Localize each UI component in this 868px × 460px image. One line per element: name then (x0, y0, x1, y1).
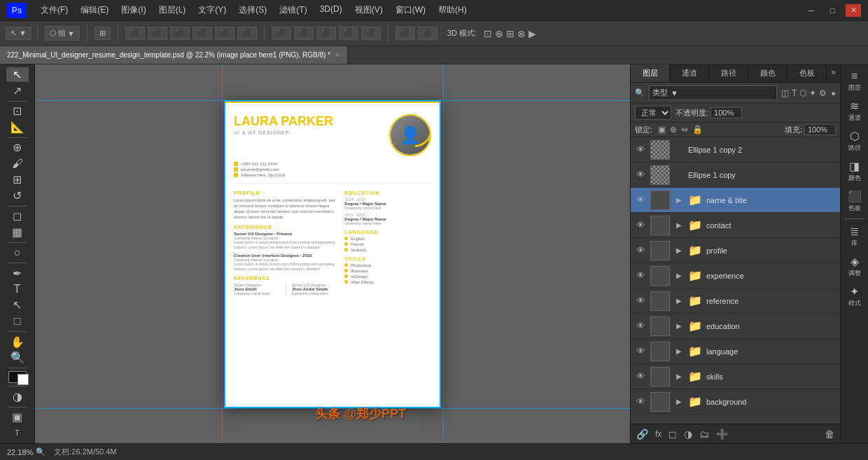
layer-eye-icon[interactable]: 👁 (635, 195, 646, 205)
history-brush-icon[interactable]: ↺ (6, 188, 29, 203)
menu-item-帮助[interactable]: 帮助(H) (433, 3, 472, 18)
layer-tool[interactable]: ⬡组▼ (45, 26, 80, 41)
layer-eye-icon[interactable]: 👁 (635, 270, 646, 281)
align-center-v[interactable]: ⬛ (215, 27, 234, 40)
layer-item[interactable]: 👁▶📁profile (631, 238, 840, 263)
lock-pos-icon[interactable]: ⊕ (670, 125, 677, 134)
extra-bottom-icon[interactable]: T (6, 426, 29, 440)
layer-expand-icon[interactable]: ▶ (674, 322, 684, 330)
crop-tool-icon[interactable]: ⊡ (6, 104, 29, 118)
select-tool-icon[interactable]: ↖ (6, 67, 29, 82)
far-right-channels[interactable]: ≋ 通道 (842, 97, 867, 125)
layer-eye-icon[interactable]: 👁 (635, 295, 646, 306)
extra-2[interactable]: ⬛ (418, 27, 438, 40)
far-right-adjustments[interactable]: ◈ 调整 (842, 252, 867, 281)
layer-expand-icon[interactable]: ▶ (674, 246, 684, 254)
menu-item-滤镜[interactable]: 滤镜(T) (274, 3, 312, 18)
panel-tab-channels[interactable]: 通道 (670, 64, 709, 82)
align-left[interactable]: ⬛ (125, 27, 145, 40)
align-bottom[interactable]: ⬛ (237, 27, 257, 40)
blend-mode-select[interactable]: 正常 (635, 106, 671, 120)
layer-eye-icon[interactable]: 👁 (635, 169, 646, 180)
layer-eye-icon[interactable]: 👁 (635, 346, 646, 356)
minimize-button[interactable]: ─ (804, 4, 819, 17)
dist-3[interactable]: ⬛ (316, 27, 336, 40)
layer-expand-icon[interactable]: ▶ (674, 297, 684, 305)
dist-4[interactable]: ⬛ (339, 27, 358, 40)
far-right-paths[interactable]: ⬡ 路径 (842, 127, 867, 155)
panel-tab-swatches[interactable]: 色板 (788, 64, 827, 82)
maximize-button[interactable]: □ (825, 4, 840, 17)
far-right-color[interactable]: ◨ 颜色 (842, 157, 867, 186)
layer-item[interactable]: 👁Ellipse 1 copy (631, 162, 840, 188)
foreground-color-icon[interactable] (8, 371, 27, 384)
filter-toggle[interactable]: ● (831, 89, 836, 97)
far-right-library[interactable]: ≣ 库 (842, 222, 867, 251)
menu-item-图层[interactable]: 图层(L) (153, 3, 192, 18)
panel-expand-button[interactable]: » (827, 64, 840, 82)
menu-item-图像[interactable]: 图像(I) (115, 3, 151, 18)
screen-mode-icon[interactable]: ▣ (6, 410, 29, 425)
far-right-styles[interactable]: ✦ 样式 (842, 282, 867, 311)
dodge-tool-icon[interactable]: ○ (6, 245, 29, 260)
direct-select-icon[interactable]: ↗ (6, 83, 29, 98)
lock-pixel-icon[interactable]: ▣ (658, 125, 666, 134)
3d-icon-1[interactable]: ⊡ (484, 28, 492, 39)
layer-item[interactable]: 👁▶📁education (631, 314, 840, 339)
delete-layer-icon[interactable]: 🗑 (825, 428, 834, 440)
layer-item[interactable]: 👁▶📁contact (631, 213, 840, 238)
menu-item-编辑[interactable]: 编辑(E) (75, 3, 114, 18)
filter-adjust-icon[interactable]: ⚙ (819, 88, 827, 98)
panel-tab-paths[interactable]: 路径 (709, 64, 748, 82)
menu-item-视图[interactable]: 视图(V) (349, 3, 388, 18)
link-layers-icon[interactable]: 🔗 (636, 428, 648, 440)
fx-icon[interactable]: fx (655, 429, 662, 439)
filter-pixel-icon[interactable]: ◫ (781, 88, 789, 98)
hand-tool-icon[interactable]: ✋ (6, 335, 29, 349)
layer-expand-icon[interactable]: ▶ (674, 196, 684, 204)
document-tab[interactable]: 222_Minimal_UI_designer_resume_design_te… (0, 46, 348, 64)
dist-5[interactable]: ⬛ (361, 27, 381, 40)
move-tool[interactable]: ↖ ▼ (6, 27, 31, 40)
layer-item[interactable]: 👁▶📁skills (631, 364, 840, 389)
layer-expand-icon[interactable]: ▶ (674, 347, 684, 355)
close-button[interactable]: ✕ (846, 4, 861, 17)
gradient-tool-icon[interactable]: ▦ (6, 225, 29, 239)
quick-mask-icon[interactable]: ◑ (6, 389, 29, 404)
path-select-icon[interactable]: ↖ (6, 298, 29, 312)
transform-tool[interactable]: ⊞ (94, 27, 111, 40)
measure-tool-icon[interactable]: 📐 (6, 120, 29, 134)
lock-all-icon[interactable]: 🔒 (692, 125, 703, 134)
layer-item[interactable]: 👁▶📁reference (631, 288, 840, 314)
lock-artboard-icon[interactable]: ⇔ (681, 125, 688, 134)
3d-icon-5[interactable]: ▶ (528, 28, 536, 39)
layer-item[interactable]: 👁▶📁experience (631, 263, 840, 288)
add-mask-icon[interactable]: ◻ (668, 428, 677, 440)
align-center-h[interactable]: ⬛ (148, 27, 167, 40)
fill-input[interactable] (804, 124, 836, 135)
align-top[interactable]: ⬛ (192, 27, 212, 40)
layer-eye-icon[interactable]: 👁 (635, 144, 646, 155)
zoom-tool-icon[interactable]: 🔍 (6, 350, 29, 365)
3d-icon-3[interactable]: ⊞ (506, 28, 514, 39)
dist-h[interactable]: ⬛ (272, 27, 291, 40)
menu-item-文字[interactable]: 文字(Y) (192, 3, 232, 18)
align-right[interactable]: ⬛ (170, 27, 190, 40)
3d-icon-4[interactable]: ⊗ (517, 28, 526, 39)
clone-tool-icon[interactable]: ⊞ (6, 172, 29, 187)
layer-eye-icon[interactable]: 👁 (635, 396, 646, 407)
adjustment-icon[interactable]: ◑ (684, 428, 692, 440)
layer-eye-icon[interactable]: 👁 (635, 371, 646, 382)
filter-shape-icon[interactable]: ⬡ (799, 88, 806, 98)
filter-smart-icon[interactable]: ✦ (809, 88, 816, 98)
extra-1[interactable]: ⬛ (396, 27, 415, 40)
menu-item-文件[interactable]: 文件(F) (35, 3, 74, 18)
layer-item[interactable]: 👁▶📁name & title (631, 188, 840, 213)
layer-eye-icon[interactable]: 👁 (635, 220, 646, 230)
dist-v[interactable]: ⬛ (294, 27, 314, 40)
layer-item[interactable]: 👁Ellipse 1 copy 2 (631, 137, 840, 162)
brush-tool-icon[interactable]: 🖌 (6, 156, 29, 171)
eraser-tool-icon[interactable]: ◻ (6, 209, 29, 223)
layer-item[interactable]: 👁▶📁language (631, 339, 840, 364)
layer-eye-icon[interactable]: 👁 (635, 245, 646, 256)
